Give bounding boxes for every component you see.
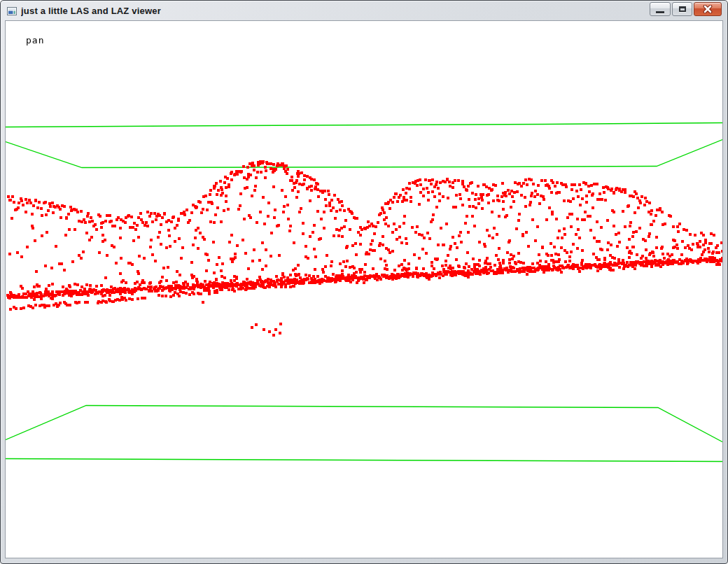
app-icon <box>6 6 18 17</box>
minimize-icon <box>656 11 664 13</box>
app-window: just a little LAS and LAZ viewer pan <box>0 0 728 564</box>
maximize-icon <box>679 6 686 12</box>
close-icon <box>703 5 713 13</box>
window-controls <box>650 2 722 16</box>
titlebar[interactable]: just a little LAS and LAZ viewer <box>1 1 727 21</box>
viewer-viewport[interactable]: pan <box>6 21 722 558</box>
window-title: just a little LAS and LAZ viewer <box>21 6 161 16</box>
maximize-button[interactable] <box>672 2 692 16</box>
close-button[interactable] <box>694 2 722 16</box>
mode-label: pan <box>26 35 44 45</box>
point-cloud-canvas[interactable] <box>6 21 722 558</box>
minimize-button[interactable] <box>650 2 671 16</box>
